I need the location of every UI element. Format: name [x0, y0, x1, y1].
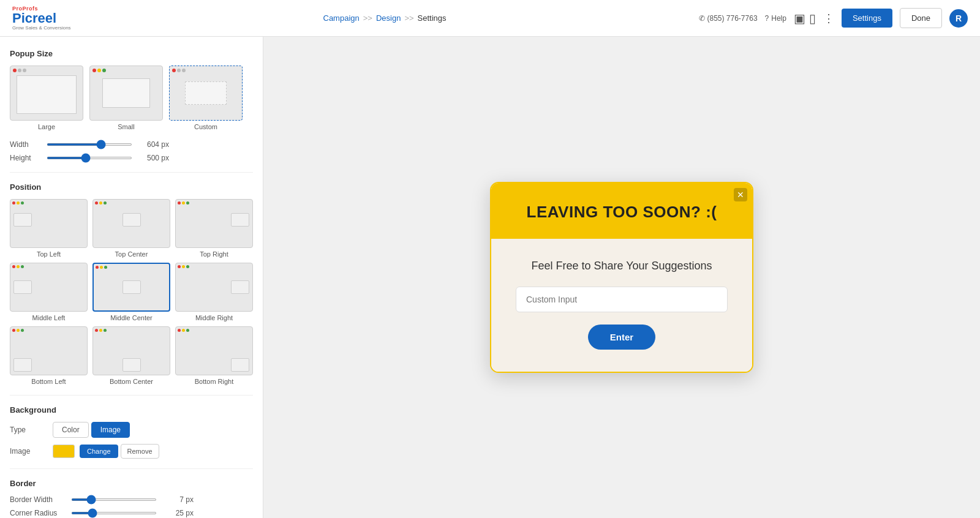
corner-radius-slider[interactable] — [71, 512, 157, 514]
bg-remove-btn[interactable]: Remove — [121, 444, 159, 459]
pos-top-left[interactable]: Top Left — [10, 199, 88, 258]
popup-enter-btn[interactable]: Enter — [588, 325, 655, 350]
popup-subtitle: Feel Free to Share Your Suggestions — [531, 258, 712, 274]
breadcrumb-sep2: >> — [404, 13, 413, 23]
sidebar: Popup Size Large Small — [0, 37, 263, 518]
size-large-label: Large — [10, 123, 83, 130]
logo: ProProfs Picreel Grow Sales & Conversion… — [12, 6, 71, 31]
popup-close-btn[interactable]: ✕ — [734, 188, 747, 201]
pos-middle-right[interactable]: Middle Right — [175, 263, 253, 321]
topbar-right: ✆ (855) 776-7763 ? Help ▣ ▯ ⋮ Settings D… — [699, 8, 968, 28]
pos-middle-left[interactable]: Middle Left — [10, 263, 88, 321]
width-label: Width — [10, 140, 40, 149]
position-title: Position — [10, 182, 253, 192]
popup-body: Feel Free to Share Your Suggestions Ente… — [491, 239, 752, 371]
bg-type-row: Type Color Image — [10, 422, 253, 438]
pos-top-right[interactable]: Top Right — [175, 199, 253, 258]
breadcrumb-settings: Settings — [418, 13, 447, 23]
corner-radius-row: Corner Radius 25 px — [10, 509, 253, 517]
pos-middle-center[interactable]: Middle Center — [92, 263, 170, 321]
pos-top-center[interactable]: Top Center — [92, 199, 170, 258]
topbar: ProProfs Picreel Grow Sales & Conversion… — [0, 0, 980, 37]
size-small[interactable]: Small — [89, 66, 163, 130]
corner-radius-value: 25 px — [163, 509, 194, 517]
border-width-value: 7 px — [163, 495, 194, 504]
position-grid: Top Left Top Center Top Right — [10, 199, 253, 385]
size-custom-label: Custom — [169, 123, 243, 130]
breadcrumb-design[interactable]: Design — [376, 13, 401, 23]
bg-type-toggle: Color Image — [53, 422, 130, 438]
size-large[interactable]: Large — [10, 66, 83, 130]
pos-bottom-center-label: Bottom Center — [92, 378, 170, 385]
brand-name: Picreel — [12, 12, 71, 25]
size-custom[interactable]: Custom — [169, 66, 243, 130]
bg-type-label: Type — [10, 426, 53, 434]
pos-top-right-label: Top Right — [175, 250, 253, 258]
height-label: Height — [10, 154, 40, 162]
brand-tagline: Grow Sales & Conversions — [12, 25, 71, 31]
breadcrumb-sep1: >> — [363, 13, 372, 23]
bg-color-swatch[interactable] — [53, 445, 75, 458]
help-label: Help — [771, 14, 786, 23]
popup-size-grid: Large Small Custom — [10, 66, 253, 130]
background-title: Background — [10, 405, 253, 415]
width-slider[interactable] — [47, 143, 132, 146]
phone-icon: ✆ — [699, 14, 705, 23]
popup-preview: LEAVING TOO SOON? :( ✕ Feel Free to Shar… — [490, 182, 753, 372]
breadcrumb: Campaign >> Design >> Settings — [323, 13, 447, 23]
phone-number: (855) 776-7763 — [707, 14, 758, 23]
pos-bottom-left-label: Bottom Left — [10, 378, 88, 385]
help-link[interactable]: ? Help — [765, 14, 786, 23]
pos-middle-right-label: Middle Right — [175, 314, 253, 321]
pos-bottom-right[interactable]: Bottom Right — [175, 326, 253, 385]
corner-radius-label: Corner Radius — [10, 509, 65, 517]
border-title: Border — [10, 479, 253, 488]
bg-image-row: Image Change Remove — [10, 444, 253, 459]
border-width-slider[interactable] — [71, 498, 157, 501]
height-value: 500 px — [138, 154, 169, 162]
popup-size-title: Popup Size — [10, 49, 253, 58]
main-layout: Popup Size Large Small — [0, 37, 980, 518]
pos-middle-left-label: Middle Left — [10, 314, 88, 321]
pos-bottom-center[interactable]: Bottom Center — [92, 326, 170, 385]
border-width-label: Border Width — [10, 495, 65, 504]
pos-top-left-label: Top Left — [10, 250, 88, 258]
popup-custom-input[interactable] — [516, 287, 728, 312]
mobile-icon[interactable]: ▯ — [809, 11, 816, 26]
popup-title: LEAVING TOO SOON? :( — [506, 203, 737, 222]
border-width-row: Border Width 7 px — [10, 495, 253, 504]
done-button[interactable]: Done — [900, 8, 942, 28]
avatar: R — [949, 9, 968, 28]
bg-change-btn[interactable]: Change — [80, 445, 118, 458]
breadcrumb-campaign[interactable]: Campaign — [323, 13, 360, 23]
bg-image-label: Image — [10, 447, 53, 456]
height-slider[interactable] — [47, 157, 132, 159]
pos-bottom-left[interactable]: Bottom Left — [10, 326, 88, 385]
pos-top-center-label: Top Center — [92, 250, 170, 258]
height-slider-row: Height 500 px — [10, 154, 253, 162]
help-icon: ? — [765, 14, 769, 23]
content-area: LEAVING TOO SOON? :( ✕ Feel Free to Shar… — [263, 37, 980, 518]
width-slider-row: Width 604 px — [10, 140, 253, 149]
bg-color-btn[interactable]: Color — [53, 422, 89, 438]
view-icons: ▣ ▯ — [794, 11, 816, 26]
pos-middle-center-label: Middle Center — [92, 314, 170, 321]
size-small-label: Small — [89, 123, 163, 130]
phone-info: ✆ (855) 776-7763 — [699, 14, 758, 23]
more-icon[interactable]: ⋮ — [823, 12, 834, 25]
popup-header: LEAVING TOO SOON? :( ✕ — [491, 183, 752, 239]
width-value: 604 px — [138, 140, 169, 149]
bg-image-btn[interactable]: Image — [91, 422, 130, 438]
settings-button[interactable]: Settings — [842, 9, 892, 28]
pos-bottom-right-label: Bottom Right — [175, 378, 253, 385]
desktop-icon[interactable]: ▣ — [794, 11, 805, 26]
